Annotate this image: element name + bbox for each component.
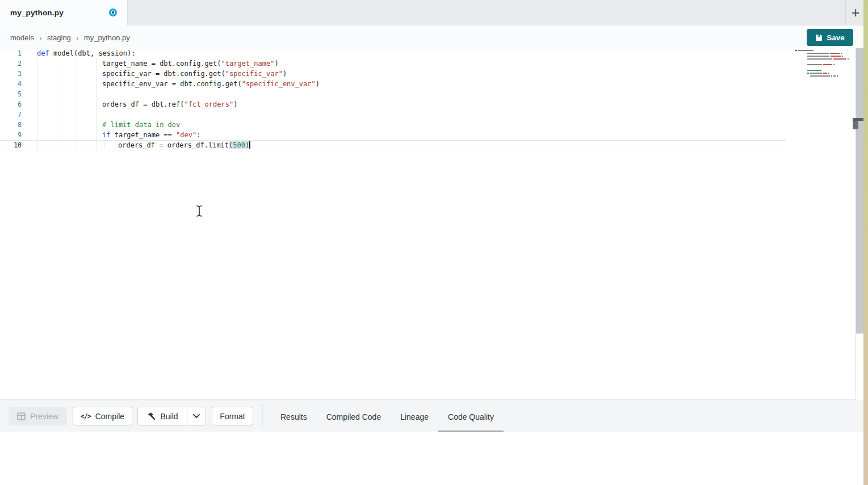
minimap-line: [795, 64, 852, 65]
compile-button[interactable]: </> Compile: [73, 407, 132, 425]
toolbar-separator: [262, 404, 263, 429]
code-line-10[interactable]: 10orders_df = orders_df.limit(500): [0, 140, 786, 150]
scrollbar-thumb[interactable]: [856, 48, 864, 334]
build-button-label: Build: [160, 412, 178, 421]
build-options-dropdown[interactable]: [187, 407, 206, 425]
plus-icon: +: [852, 6, 860, 20]
minimap-line: [795, 58, 852, 60]
unsaved-changes-indicator: [109, 9, 117, 16]
line-number: 1: [0, 49, 23, 58]
results-panel: [0, 432, 863, 485]
code-line-5[interactable]: 5: [0, 89, 786, 99]
table-icon: [17, 412, 26, 420]
save-button[interactable]: Save: [807, 29, 853, 46]
line-number: 3: [0, 69, 23, 79]
breadcrumb-separator: ›: [39, 33, 42, 42]
format-button[interactable]: Format: [212, 407, 253, 425]
minimap[interactable]: [795, 50, 852, 78]
line-number: 8: [0, 120, 23, 130]
preview-button[interactable]: Preview: [9, 407, 67, 425]
code-line-9[interactable]: 9if target_name == "dev":: [0, 130, 786, 140]
file-tab-bar: my_python.py +: [0, 0, 863, 26]
code-line-6[interactable]: 6orders_df = dbt.ref("fct_orders"): [0, 99, 786, 109]
breadcrumb-item[interactable]: my_python.py: [84, 33, 130, 42]
build-button[interactable]: Build: [138, 407, 187, 425]
hammer-icon: [146, 412, 156, 421]
line-number: 6: [0, 99, 23, 109]
format-button-label: Format: [220, 412, 245, 421]
vertical-scrollbar[interactable]: [855, 48, 863, 400]
breadcrumb-separator: ›: [76, 33, 79, 42]
action-toolbar: Preview </> Compile Build Format Results…: [0, 400, 863, 432]
build-button-group: Build: [137, 407, 206, 425]
panel-tab-compiled-code[interactable]: Compiled Code: [317, 401, 391, 432]
code-line-2[interactable]: 2target_name = dbt.config.get("target_na…: [0, 58, 786, 69]
save-button-label: Save: [827, 33, 845, 42]
minimap-line: [795, 50, 852, 51]
line-number: 5: [0, 89, 23, 99]
panel-tab-results[interactable]: Results: [271, 401, 317, 432]
code-editor[interactable]: 1def model(dbt, session):2target_name = …: [0, 49, 863, 400]
line-number: 4: [0, 79, 23, 89]
text-caret: [249, 141, 250, 149]
code-icon: </>: [81, 412, 91, 420]
minimap-line: [795, 67, 852, 68]
scrollbar-cursor-marker: [853, 121, 858, 129]
code-line-4[interactable]: 4specific_env_var = dbt.config.get("spec…: [0, 79, 786, 89]
file-tab-my-python[interactable]: my_python.py: [0, 0, 128, 26]
new-tab-button[interactable]: +: [846, 3, 865, 22]
code-line-7[interactable]: 7: [0, 109, 786, 120]
panel-tab-lineage[interactable]: Lineage: [391, 401, 438, 432]
minimap-line: [795, 56, 852, 57]
breadcrumb: models›staging›my_python.py: [10, 26, 130, 49]
panel-tab-code-quality[interactable]: Code Quality: [438, 401, 504, 432]
save-icon: [815, 34, 823, 41]
desktop-background-edge: [863, 0, 868, 485]
preview-button-label: Preview: [30, 412, 58, 421]
breadcrumb-item[interactable]: models: [10, 33, 34, 42]
line-number: 9: [0, 130, 23, 140]
breadcrumb-bar: models›staging›my_python.py Save: [0, 26, 863, 49]
line-number: 2: [0, 58, 23, 69]
breadcrumb-item[interactable]: staging: [47, 33, 71, 42]
file-tab-label: my_python.py: [10, 9, 64, 17]
code-lines: 1def model(dbt, session):2target_name = …: [0, 49, 786, 150]
minimap-line: [795, 53, 852, 54]
code-line-8[interactable]: 8# limit data in dev: [0, 120, 786, 130]
minimap-line: [795, 70, 852, 71]
panel-tabs: ResultsCompiled CodeLineageCode Quality: [271, 401, 504, 432]
code-line-3[interactable]: 3specific_var = dbt.config.get("specific…: [0, 69, 786, 79]
chevron-down-icon: [193, 414, 200, 418]
minimap-line: [795, 75, 852, 77]
minimap-line: [795, 61, 852, 62]
code-line-1[interactable]: 1def model(dbt, session):: [0, 49, 786, 58]
minimap-line: [795, 73, 852, 74]
compile-button-label: Compile: [95, 412, 124, 421]
tabbar-divider: [845, 0, 846, 26]
line-number: 7: [0, 109, 23, 120]
line-number: 10: [0, 141, 23, 150]
